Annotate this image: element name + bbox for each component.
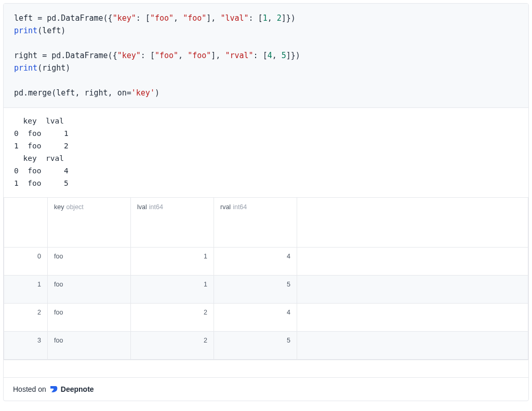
code-token: "foo" [155, 51, 178, 60]
cell-index: 1 [4, 276, 47, 293]
code-token: = pd.DataFrame({ [33, 13, 113, 23]
code-token: "rval" [225, 51, 253, 60]
cell-index: 2 [4, 304, 47, 321]
code-token: = pd.DataFrame({ [37, 51, 117, 60]
column-dtype: object [66, 203, 83, 211]
column-dtype: int64 [233, 203, 247, 211]
code-token: "foo" [183, 13, 206, 23]
cell-lval: 1 [131, 248, 214, 265]
table-header-lval[interactable]: lvalint64 [131, 197, 214, 247]
cell-key: foo [48, 332, 130, 349]
code-token: ]}) [286, 51, 300, 60]
code-token: "lval" [220, 13, 248, 23]
code-token: 1 [263, 13, 268, 23]
table-header-index [4, 197, 48, 247]
column-name: lval [137, 203, 147, 211]
cell-index: 3 [4, 332, 47, 349]
table-row[interactable]: 1 foo 1 5 [4, 275, 528, 303]
cell-index: 0 [4, 248, 47, 265]
code-token: "foo" [188, 51, 211, 60]
code-cell[interactable]: left = pd.DataFrame({"key": ["foo", "foo… [4, 4, 528, 108]
code-token: print [14, 63, 37, 73]
code-token: , [272, 51, 282, 60]
code-token: 2 [277, 13, 282, 23]
table-header-filler [297, 197, 528, 247]
cell-rval: 4 [214, 304, 297, 321]
code-token: ]}) [282, 13, 296, 23]
code-token: 4 [268, 51, 272, 60]
table-row[interactable]: 2 foo 2 4 [4, 303, 528, 331]
table-header-key[interactable]: keyobject [48, 197, 131, 247]
notebook-cell-container: left = pd.DataFrame({"key": ["foo", "foo… [3, 3, 529, 401]
code-token: : [ [249, 13, 263, 23]
code-token: pd.merge(left, right, on= [14, 88, 131, 98]
code-token: (left) [37, 26, 65, 35]
code-token: right [14, 51, 37, 60]
cell-key: foo [48, 304, 130, 321]
code-token: : [ [136, 13, 150, 23]
code-token: , [178, 51, 188, 60]
hosted-on-label: Hosted on [13, 385, 46, 393]
hosted-footer: Hosted on Deepnote [4, 377, 528, 401]
cell-lval: 2 [131, 332, 214, 349]
code-token: ) [155, 88, 159, 98]
cell-key: foo [48, 248, 130, 265]
code-token: (right) [37, 63, 70, 73]
brand-name[interactable]: Deepnote [61, 385, 94, 393]
deepnote-logo-icon [49, 385, 58, 393]
code-token: "key" [117, 51, 141, 60]
table-row[interactable]: 3 foo 2 5 [4, 331, 528, 359]
code-token: , [268, 13, 277, 23]
code-token: print [14, 26, 37, 35]
code-token: : [ [141, 51, 155, 60]
code-token: ], [206, 13, 220, 23]
code-token: "foo" [150, 13, 174, 23]
column-name: rval [220, 203, 231, 211]
code-token: "key" [113, 13, 136, 23]
cell-rval: 4 [214, 248, 297, 265]
cell-key: foo [48, 276, 130, 293]
table-header-row: keyobject lvalint64 rvalint64 [4, 197, 528, 247]
code-token: : [ [254, 51, 268, 60]
cell-rval: 5 [214, 332, 297, 349]
code-token: left [14, 13, 33, 23]
cell-lval: 2 [131, 304, 214, 321]
column-name: key [54, 203, 64, 211]
cell-rval: 5 [214, 276, 297, 293]
table-row[interactable]: 0 foo 1 4 [4, 247, 528, 275]
code-token: 5 [282, 51, 286, 60]
code-token: , [174, 13, 183, 23]
dataframe-output: keyobject lvalint64 rvalint64 0 [4, 197, 528, 360]
table-footer-spacer [4, 360, 528, 377]
code-token: ], [211, 51, 225, 60]
table-header-rval[interactable]: rvalint64 [214, 197, 297, 247]
stdout-output: key lval 0 foo 1 1 foo 2 key rval 0 foo … [4, 108, 528, 197]
column-dtype: int64 [149, 203, 163, 211]
code-token: 'key' [131, 88, 155, 98]
cell-lval: 1 [131, 276, 214, 293]
